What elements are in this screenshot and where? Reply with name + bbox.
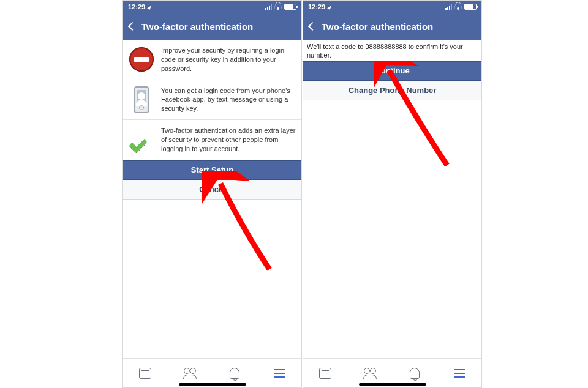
confirm-message: We'll text a code to 08888888888 to conf… <box>303 40 481 61</box>
status-bar: 12:29 <box>303 1 481 13</box>
info-text: Two-factor authentication adds an extra … <box>161 126 296 154</box>
home-indicator <box>179 383 246 386</box>
menu-icon <box>274 369 285 378</box>
page-title: Two-factor authentication <box>322 21 433 32</box>
signal-icon <box>265 4 272 10</box>
status-bar: 12:29 <box>123 1 301 13</box>
wifi-icon <box>274 4 282 10</box>
start-setup-button[interactable]: Start Setup <box>123 160 301 180</box>
info-row-protect: Two-factor authentication adds an extra … <box>123 120 301 160</box>
checkmark-icon <box>130 133 153 146</box>
menu-icon <box>454 369 465 378</box>
battery-icon <box>284 4 296 10</box>
info-row-security: Improve your security by requiring a log… <box>123 40 301 80</box>
change-phone-button[interactable]: Change Phone Number <box>303 81 481 100</box>
tab-friends[interactable] <box>183 367 197 380</box>
page-title: Two-factor authentication <box>141 21 253 32</box>
back-icon[interactable] <box>308 22 317 31</box>
continue-button[interactable]: Continue <box>303 61 481 81</box>
tab-friends[interactable] <box>363 367 377 380</box>
tab-feed[interactable] <box>138 367 152 380</box>
screenshot-1: 12:29 Two-factor authentication Improve … <box>123 0 302 388</box>
phone-icon <box>134 86 149 113</box>
tab-menu[interactable] <box>453 367 466 380</box>
location-icon <box>327 4 331 9</box>
info-text: You can get a login code from your phone… <box>161 86 296 114</box>
tab-notifications[interactable] <box>408 367 421 380</box>
screenshot-2: 12:29 Two-factor authentication We'll te… <box>303 0 482 388</box>
friends-icon <box>363 368 377 379</box>
signal-icon <box>445 4 452 10</box>
feed-icon <box>139 368 151 379</box>
battery-icon <box>464 4 477 10</box>
back-icon[interactable] <box>128 22 137 31</box>
tab-feed[interactable] <box>318 367 332 380</box>
cancel-button[interactable]: Cancel <box>123 180 301 200</box>
nav-header: Two-factor authentication <box>303 13 481 40</box>
location-icon <box>147 4 151 9</box>
home-indicator <box>359 383 426 386</box>
tab-notifications[interactable] <box>228 367 241 380</box>
tab-menu[interactable] <box>273 367 286 380</box>
bell-icon <box>230 368 239 379</box>
status-time: 12:29 <box>308 3 325 10</box>
wifi-icon <box>454 4 462 10</box>
feed-icon <box>319 368 331 379</box>
info-row-code: You can get a login code from your phone… <box>123 80 301 121</box>
bell-icon <box>410 368 420 379</box>
status-time: 12:29 <box>128 3 145 10</box>
friends-icon <box>183 368 197 379</box>
no-entry-icon <box>129 47 154 72</box>
info-text: Improve your security by requiring a log… <box>161 46 296 73</box>
nav-header: Two-factor authentication <box>123 13 301 40</box>
